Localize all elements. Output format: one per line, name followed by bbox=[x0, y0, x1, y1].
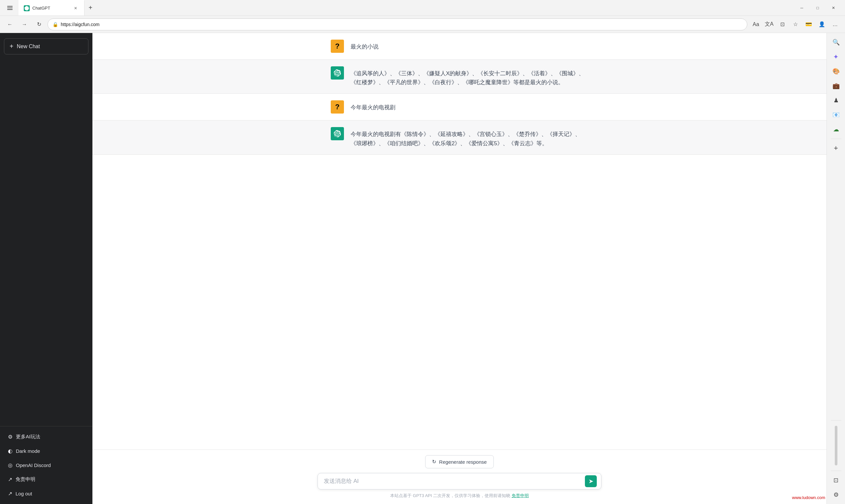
briefcase-icon: 💼 bbox=[832, 82, 840, 89]
active-tab[interactable]: ChatGPT ✕ bbox=[18, 0, 85, 16]
discord-icon: ◎ bbox=[8, 462, 13, 468]
right-sidebar-divider bbox=[831, 139, 841, 139]
more-btn[interactable]: … bbox=[829, 18, 841, 30]
logout-icon: ↗ bbox=[8, 490, 12, 497]
input-area: ↻ Regenerate response ➤ 本站点基于 GPT3 API 二… bbox=[92, 450, 827, 504]
message-inner-1: ? 最火的小说 bbox=[318, 40, 601, 53]
tab-favicon bbox=[24, 5, 30, 11]
read-mode-btn[interactable]: Aa bbox=[750, 18, 762, 30]
ai-fun-label: 更多AI玩法 bbox=[16, 434, 40, 440]
copilot-sidebar-btn[interactable]: ✦ bbox=[829, 50, 843, 64]
paint-sidebar-btn[interactable]: 🎨 bbox=[829, 65, 843, 78]
back-btn[interactable]: ← bbox=[4, 18, 16, 30]
message-text-4: 今年最火的电视剧有《陈情令》、《延禧攻略》、《宫锁心玉》、《楚乔传》、《择天记》… bbox=[350, 127, 588, 147]
chat-area: ? 最火的小说 《追风筝的人》、《三体》、《嫌疑人X的献身》、《长安十二时辰》、… bbox=[92, 33, 827, 450]
sidebar-spacer bbox=[0, 60, 92, 426]
message-inner-2: 《追风筝的人》、《三体》、《嫌疑人X的献身》、《长安十二时辰》、《活着》、《围城… bbox=[318, 66, 601, 87]
refresh-btn[interactable]: ↻ bbox=[33, 18, 45, 30]
new-tab-btn[interactable]: + bbox=[85, 2, 96, 14]
message-row-user-1: ? 最火的小说 bbox=[92, 33, 827, 60]
disclaimer-link[interactable]: 免责申明 bbox=[511, 493, 529, 498]
chess-sidebar-btn[interactable]: ♟ bbox=[829, 94, 843, 107]
send-btn[interactable]: ➤ bbox=[585, 475, 597, 487]
plus-icon: + bbox=[10, 42, 14, 50]
add-extension-btn[interactable]: + bbox=[829, 142, 843, 155]
minimize-btn[interactable]: ─ bbox=[794, 2, 809, 14]
disclaimer-text: 本站点基于 GPT3 API 二次开发，仅供学习体验，使用前请知晓 bbox=[390, 493, 510, 498]
url-text: https://aigcfun.com bbox=[61, 22, 742, 27]
message-row-assistant-2: 今年最火的电视剧有《陈情令》、《延禧攻略》、《宫锁心玉》、《楚乔传》、《择天记》… bbox=[92, 121, 827, 155]
message-inner-4: 今年最火的电视剧有《陈情令》、《延禧攻略》、《宫锁心玉》、《楚乔传》、《择天记》… bbox=[318, 127, 601, 147]
browser-navbar: ← → ↻ 🔒 https://aigcfun.com Aa 文A ⊡ ☆ 💳 … bbox=[0, 16, 845, 33]
regenerate-row: ↻ Regenerate response bbox=[100, 455, 819, 468]
svg-rect-0 bbox=[7, 6, 13, 6]
discord-label: OpenAI Discord bbox=[16, 463, 51, 468]
briefcase-sidebar-btn[interactable]: 💼 bbox=[829, 79, 843, 92]
scrollbar-thumb[interactable] bbox=[835, 426, 838, 465]
sidebar-item-discord[interactable]: ◎ OpenAI Discord bbox=[4, 459, 88, 472]
address-bar[interactable]: 🔒 https://aigcfun.com bbox=[48, 18, 747, 30]
browser-controls bbox=[4, 2, 16, 14]
logout-label: Log out bbox=[16, 491, 32, 497]
tab-bar: ChatGPT ✕ + bbox=[18, 0, 792, 16]
chat-input[interactable] bbox=[318, 473, 601, 489]
tab-close-btn[interactable]: ✕ bbox=[72, 5, 79, 12]
layout-btn[interactable]: ⊡ bbox=[829, 474, 843, 487]
message-text-2: 《追风筝的人》、《三体》、《嫌疑人X的献身》、《长安十二时辰》、《活着》、《围城… bbox=[350, 66, 588, 87]
settings-icon: ⚙ bbox=[833, 491, 839, 498]
outlook-icon: 📧 bbox=[832, 111, 840, 119]
sidebar-header: + New Chat bbox=[0, 33, 92, 60]
right-sidebar-divider-3 bbox=[831, 471, 841, 471]
new-chat-btn[interactable]: + New Chat bbox=[4, 38, 88, 54]
sidebar-item-dark-mode[interactable]: ◐ Dark mode bbox=[4, 445, 88, 457]
favorites-btn[interactable]: ☆ bbox=[790, 18, 802, 30]
wallet-btn[interactable]: 💳 bbox=[803, 18, 815, 30]
message-row-user-2: ? 今年最火的电视剧 bbox=[92, 94, 827, 121]
moon-icon: ◐ bbox=[8, 448, 13, 454]
paint-icon: 🎨 bbox=[832, 68, 840, 75]
user-avatar-2: ? bbox=[331, 100, 344, 113]
copilot-icon: ✦ bbox=[833, 53, 839, 61]
immersive-btn[interactable]: ⊡ bbox=[776, 18, 788, 30]
layout-icon: ⊡ bbox=[833, 476, 839, 484]
openai-avatar-1 bbox=[331, 66, 344, 79]
forward-btn[interactable]: → bbox=[18, 18, 30, 30]
regenerate-btn[interactable]: ↻ Regenerate response bbox=[425, 455, 493, 468]
disclaimer-label: 免责申明 bbox=[16, 476, 35, 483]
sidebar-item-logout[interactable]: ↗ Log out bbox=[4, 487, 88, 500]
dark-mode-label: Dark mode bbox=[16, 448, 40, 454]
disclaimer-bar: 本站点基于 GPT3 API 二次开发，仅供学习体验，使用前请知晓 免责申明 bbox=[100, 493, 819, 499]
tab-title: ChatGPT bbox=[32, 6, 70, 11]
watermark: www.ludown.com bbox=[792, 495, 825, 500]
sidebar-toggle-btn[interactable] bbox=[4, 2, 16, 14]
search-sidebar-icon: 🔍 bbox=[832, 39, 840, 46]
search-sidebar-btn[interactable]: 🔍 bbox=[829, 36, 843, 49]
lock-icon: 🔒 bbox=[53, 22, 58, 27]
sidebar: + New Chat ⚙ 更多AI玩法 ◐ Dark mode ◎ OpenAI… bbox=[0, 33, 92, 504]
main-content: ? 最火的小说 《追风筝的人》、《三体》、《嫌疑人X的献身》、《长安十二时辰》、… bbox=[92, 33, 827, 504]
cloud-icon: ☁ bbox=[833, 126, 839, 133]
settings-sidebar-btn[interactable]: ⚙ bbox=[829, 488, 843, 501]
close-btn[interactable]: ✕ bbox=[826, 2, 841, 14]
svg-rect-1 bbox=[7, 7, 13, 8]
sidebar-footer: ⚙ 更多AI玩法 ◐ Dark mode ◎ OpenAI Discord ↗ … bbox=[0, 426, 92, 504]
openai-avatar-2 bbox=[331, 127, 344, 140]
maximize-btn[interactable]: □ bbox=[810, 2, 825, 14]
right-sidebar: 🔍 ✦ 🎨 💼 ♟ 📧 ☁ + ⊡ bbox=[827, 33, 845, 504]
message-text-1: 最火的小说 bbox=[350, 40, 588, 51]
chat-input-container: ➤ bbox=[318, 473, 601, 489]
window-controls: ─ □ ✕ bbox=[794, 2, 841, 14]
message-row-assistant-1: 《追风筝的人》、《三体》、《嫌疑人X的献身》、《长安十二时辰》、《活着》、《围城… bbox=[92, 60, 827, 94]
toolbar-right: Aa 文A ⊡ ☆ 💳 👤 … bbox=[750, 18, 841, 30]
message-text-3: 今年最火的电视剧 bbox=[350, 100, 588, 112]
translate-btn[interactable]: 文A bbox=[763, 18, 775, 30]
outlook-sidebar-btn[interactable]: 📧 bbox=[829, 108, 843, 122]
sidebar-item-ai-fun[interactable]: ⚙ 更多AI玩法 bbox=[4, 430, 88, 443]
message-inner-3: ? 今年最火的电视剧 bbox=[318, 100, 601, 113]
sidebar-item-disclaimer[interactable]: ↗ 免责申明 bbox=[4, 473, 88, 486]
send-icon: ➤ bbox=[589, 478, 593, 485]
right-sidebar-divider-2 bbox=[831, 420, 841, 420]
profile-btn[interactable]: 👤 bbox=[816, 18, 828, 30]
app-container: + New Chat ⚙ 更多AI玩法 ◐ Dark mode ◎ OpenAI… bbox=[0, 33, 845, 504]
cloud-sidebar-btn[interactable]: ☁ bbox=[829, 123, 843, 136]
